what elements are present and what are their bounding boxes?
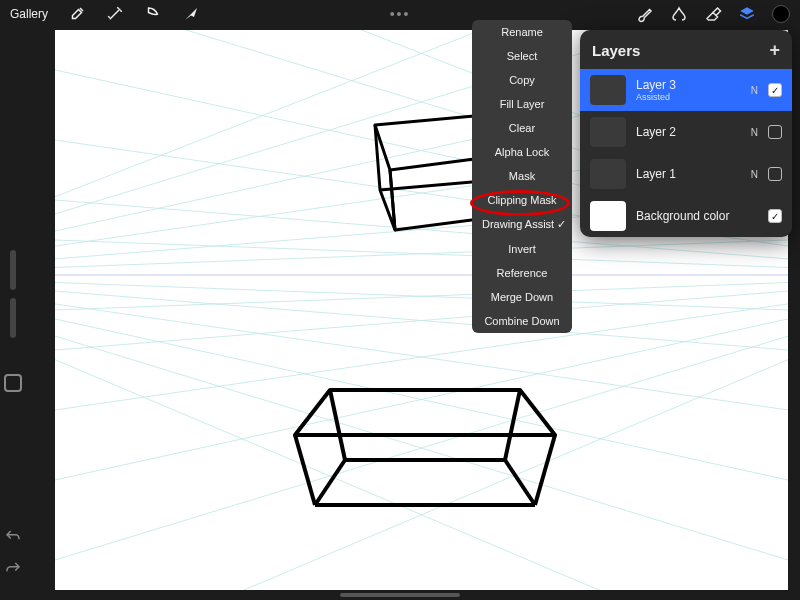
ctx-item-clear[interactable]: Clear [472, 116, 572, 140]
layer-thumbnail [590, 117, 626, 147]
layer-thumbnail [590, 201, 626, 231]
layer-visibility-checkbox[interactable]: ✓ [768, 209, 782, 223]
layer-row[interactable]: Background color✓ [580, 195, 792, 237]
layer-name: Layer 1 [636, 167, 741, 181]
layer-name: Background color [636, 209, 748, 223]
layers-panel-title: Layers [592, 42, 640, 59]
layer-labels: Background color [636, 209, 748, 223]
ctx-item-invert[interactable]: Invert [472, 237, 572, 261]
ctx-item-rename[interactable]: Rename [472, 20, 572, 44]
layer-row[interactable]: Layer 3AssistedN✓ [580, 69, 792, 111]
undo-icon[interactable] [4, 528, 22, 550]
redo-icon[interactable] [4, 560, 22, 582]
layer-subtitle: Assisted [636, 92, 741, 102]
layer-row[interactable]: Layer 2N [580, 111, 792, 153]
layers-icon[interactable] [738, 5, 756, 23]
move-icon[interactable] [182, 5, 200, 23]
wand-icon[interactable] [106, 5, 124, 23]
ctx-item-clipping-mask[interactable]: Clipping Mask [472, 188, 572, 212]
layer-labels: Layer 2 [636, 125, 741, 139]
brush-icon[interactable] [636, 5, 654, 23]
topbar: Gallery ••• [0, 0, 800, 28]
layer-thumbnail [590, 159, 626, 189]
gallery-button[interactable]: Gallery [10, 7, 48, 21]
eraser-icon[interactable] [704, 5, 722, 23]
color-swatch[interactable] [772, 5, 790, 23]
layers-panel: Layers + Layer 3AssistedN✓Layer 2NLayer … [580, 30, 792, 237]
layer-labels: Layer 3Assisted [636, 78, 741, 102]
smudge-icon[interactable] [670, 5, 688, 23]
home-indicator [340, 593, 460, 597]
layer-thumbnail [590, 75, 626, 105]
layer-name: Layer 2 [636, 125, 741, 139]
layer-visibility-checkbox[interactable]: ✓ [768, 83, 782, 97]
layer-visibility-checkbox[interactable] [768, 125, 782, 139]
ctx-item-alpha-lock[interactable]: Alpha Lock [472, 140, 572, 164]
modify-menu-icon[interactable]: ••• [390, 6, 411, 22]
ctx-item-select[interactable]: Select [472, 44, 572, 68]
layer-row[interactable]: Layer 1N [580, 153, 792, 195]
ctx-item-mask[interactable]: Mask [472, 164, 572, 188]
layer-context-menu: RenameSelectCopyFill LayerClearAlpha Loc… [472, 20, 572, 333]
brush-opacity-slider[interactable] [10, 298, 16, 338]
ctx-item-fill-layer[interactable]: Fill Layer [472, 92, 572, 116]
wrench-icon[interactable] [68, 5, 86, 23]
blend-mode-indicator[interactable]: N [751, 169, 758, 180]
blend-mode-indicator[interactable]: N [751, 85, 758, 96]
ctx-item-drawing-assist-[interactable]: Drawing Assist ✓ [472, 212, 572, 237]
blend-mode-indicator[interactable]: N [751, 127, 758, 138]
ctx-item-merge-down[interactable]: Merge Down [472, 285, 572, 309]
side-tools [4, 250, 22, 392]
layer-visibility-checkbox[interactable] [768, 167, 782, 181]
ctx-item-copy[interactable]: Copy [472, 68, 572, 92]
selection-icon[interactable] [144, 5, 162, 23]
layer-labels: Layer 1 [636, 167, 741, 181]
layer-name: Layer 3 [636, 78, 741, 92]
ctx-item-reference[interactable]: Reference [472, 261, 572, 285]
ctx-item-combine-down[interactable]: Combine Down [472, 309, 572, 333]
brush-size-slider[interactable] [10, 250, 16, 290]
modify-button[interactable] [4, 374, 22, 392]
add-layer-button[interactable]: + [769, 40, 780, 61]
